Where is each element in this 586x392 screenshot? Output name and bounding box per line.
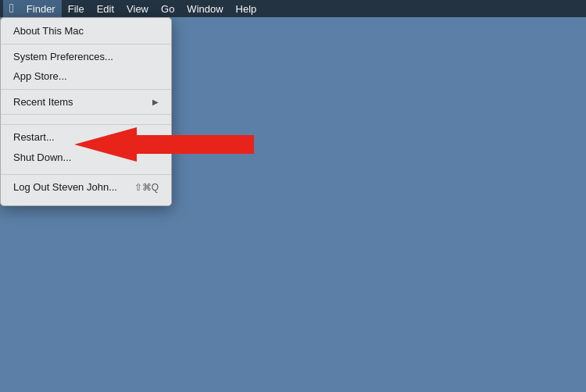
app-store-item[interactable]: App Store... — [1, 66, 171, 87]
help-menu[interactable]: Help — [230, 0, 263, 17]
view-menu[interactable]: View — [120, 0, 155, 17]
apple-icon:  — [9, 2, 14, 16]
apple-dropdown-menu: About This Mac System Preferences... App… — [0, 17, 172, 206]
force-quit-item[interactable] — [1, 117, 171, 122]
sleep-item[interactable]: Restart... — [1, 127, 171, 148]
finder-menu[interactable]: Finder — [20, 0, 62, 17]
separator-1 — [1, 44, 171, 45]
system-preferences-item[interactable]: System Preferences... — [1, 47, 171, 67]
restart-item[interactable]: Shut Down... — [1, 148, 171, 168]
recent-items-item[interactable]: Recent Items ▶ — [1, 92, 171, 112]
separator-2 — [1, 89, 171, 90]
about-this-mac-item[interactable]: About This Mac — [1, 21, 171, 41]
edit-menu[interactable]: Edit — [91, 0, 120, 17]
submenu-arrow-icon: ▶ — [152, 96, 159, 108]
go-menu[interactable]: Go — [155, 0, 180, 17]
file-menu[interactable]: File — [62, 0, 91, 17]
lock-screen-item[interactable]: Log Out Steven John... ⇧⌘Q — [1, 177, 171, 198]
apple-menu-button[interactable]:  — [3, 0, 20, 17]
menubar:  Finder File Edit View Go Window Help — [0, 0, 586, 17]
separator-4 — [1, 124, 171, 125]
shut-down-item[interactable] — [1, 167, 171, 172]
separator-5 — [1, 174, 171, 175]
window-menu[interactable]: Window — [180, 0, 229, 17]
lock-screen-shortcut: ⇧⌘Q — [134, 180, 159, 194]
separator-3 — [1, 114, 171, 115]
logout-item[interactable] — [1, 198, 171, 202]
